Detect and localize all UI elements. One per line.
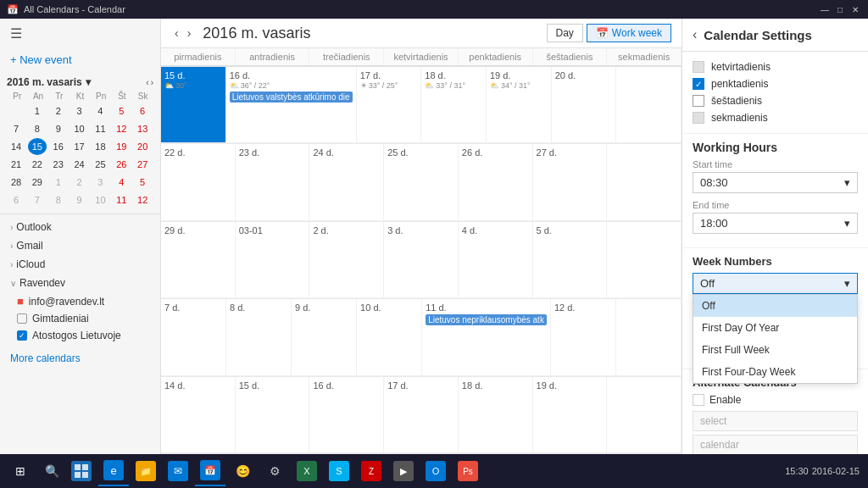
cal-day-26[interactable]: 26 d. xyxy=(459,144,533,220)
sidebar-account-icloud[interactable]: › iCloud xyxy=(0,255,160,274)
cal-day-24[interactable]: 24 d. xyxy=(309,144,384,220)
mini-cal-day[interactable]: 4 xyxy=(91,103,109,119)
mini-cal-day[interactable]: 26 xyxy=(112,156,131,173)
week-numbers-option-firstfull[interactable]: First Full Week xyxy=(693,339,857,361)
cal-select-1[interactable]: select xyxy=(693,411,858,431)
search-button[interactable]: 🔍 xyxy=(39,458,64,484)
start-button[interactable]: ⊞ xyxy=(3,456,37,486)
mini-cal-day[interactable]: 18 xyxy=(91,138,109,155)
mini-cal-day[interactable]: 5 xyxy=(133,174,152,191)
task-view-button[interactable] xyxy=(66,456,97,486)
mini-cal-day[interactable]: 29 xyxy=(28,174,47,191)
mini-cal-day[interactable]: 19 xyxy=(112,138,131,155)
hamburger-icon[interactable]: ☰ xyxy=(10,25,22,42)
mini-cal-expand-icon[interactable]: ▾ xyxy=(86,76,91,88)
cal-day-15m[interactable]: 15 d. xyxy=(236,377,310,453)
more-calendars-button[interactable]: More calendars xyxy=(0,347,160,369)
cal-day-7m[interactable]: 7 d. xyxy=(161,299,226,375)
week-numbers-option-off[interactable]: Off xyxy=(693,295,857,317)
outlook-button[interactable]: O xyxy=(420,456,451,486)
cal-day-15[interactable]: 15 d. ⛅ 30° xyxy=(161,67,226,143)
mini-cal-prev[interactable]: ‹ xyxy=(146,78,148,87)
day-checkbox-sekmadienis[interactable] xyxy=(693,112,704,124)
ps-button[interactable]: Ps xyxy=(453,456,483,486)
mini-cal-day[interactable]: 8 xyxy=(49,191,68,208)
mini-cal-day[interactable]: 1 xyxy=(49,174,68,191)
cal-day-25[interactable]: 25 d. xyxy=(384,144,459,220)
cal-day-10m[interactable]: 10 d. xyxy=(357,299,422,375)
cal-prev-button[interactable]: ‹ xyxy=(171,25,182,42)
cal-day-20[interactable]: 20 d. xyxy=(552,67,617,143)
cal-day-empty[interactable] xyxy=(607,222,682,298)
cal-next-button[interactable]: › xyxy=(184,25,195,42)
explorer-button[interactable]: 📁 xyxy=(131,456,161,486)
mini-cal-day[interactable]: 16 xyxy=(49,138,68,155)
calendar-nav[interactable]: ‹ › xyxy=(171,25,194,42)
cal-day-29[interactable]: 29 d. xyxy=(161,222,236,298)
cal-day-empty[interactable] xyxy=(607,377,682,453)
mini-cal-day[interactable] xyxy=(7,103,25,119)
mini-cal-day[interactable]: 23 xyxy=(49,156,68,173)
maximize-button[interactable]: □ xyxy=(834,3,846,15)
mini-cal-day[interactable]: 17 xyxy=(70,138,89,155)
mini-cal-day[interactable]: 27 xyxy=(133,156,152,173)
day-checkbox-sestadienisis[interactable] xyxy=(693,95,704,107)
cal-day-23[interactable]: 23 d. xyxy=(236,144,310,220)
enable-checkbox[interactable] xyxy=(693,394,704,406)
mini-cal-day[interactable]: 11 xyxy=(112,191,131,208)
calendar-button[interactable]: 📅 xyxy=(195,456,225,486)
mini-cal-day[interactable]: 21 xyxy=(7,156,25,173)
cal-day-2m[interactable]: 2 d. xyxy=(309,222,384,298)
mini-cal-day[interactable]: 6 xyxy=(7,191,25,208)
cal-day-17m[interactable]: 17 d. xyxy=(384,377,459,453)
cal-day-11m[interactable]: 11 d. Lietuvos nepriklausomybės atk xyxy=(422,299,551,375)
cal-day-16[interactable]: 16 d. ⛅ 36° / 22° Lietuvos valstybės atk… xyxy=(226,67,357,143)
cal-day-9m[interactable]: 9 d. xyxy=(292,299,357,375)
mini-cal-day[interactable]: 8 xyxy=(28,120,47,137)
titlebar-controls[interactable]: — □ ✕ xyxy=(819,3,861,15)
week-numbers-select[interactable]: Off ▾ xyxy=(693,273,858,294)
mini-cal-day[interactable]: 6 xyxy=(133,103,152,119)
mini-cal-day[interactable]: 25 xyxy=(91,156,109,173)
mini-cal-day[interactable]: 9 xyxy=(70,191,89,208)
cal-day-5m[interactable]: 5 d. xyxy=(533,222,608,298)
cal-day-empty[interactable] xyxy=(616,299,682,375)
new-event-button[interactable]: + New event xyxy=(0,48,160,71)
sidebar-account-gmail[interactable]: › Gmail xyxy=(0,236,160,255)
week-numbers-option-firstfour[interactable]: First Four-Day Week xyxy=(693,361,857,383)
sidebar-cal-info[interactable]: ■ info@ravendev.lt xyxy=(0,292,160,310)
cal-day-27[interactable]: 27 d. xyxy=(533,144,608,220)
settings-taskbar-button[interactable]: ⚙ xyxy=(259,456,290,486)
emoji-button[interactable]: 😊 xyxy=(227,456,258,486)
sidebar-account-outlook[interactable]: › Outlook xyxy=(0,218,160,236)
cal-day-empty[interactable] xyxy=(607,144,682,220)
view-day-button[interactable]: Day xyxy=(547,24,583,42)
mini-cal-day[interactable]: 22 xyxy=(28,156,47,173)
mini-cal-day[interactable]: 1 xyxy=(28,103,47,119)
sidebar-cal-atostogos[interactable]: ✓ Atostogos Lietuvoje xyxy=(0,327,160,344)
cal-day-19m[interactable]: 19 d. xyxy=(533,377,608,453)
mini-cal-day[interactable]: 4 xyxy=(112,174,131,191)
cal-day-3m[interactable]: 3 d. xyxy=(384,222,459,298)
skype-button[interactable]: S xyxy=(324,456,354,486)
cal-day-18m[interactable]: 18 d. xyxy=(459,377,533,453)
mini-cal-day[interactable]: 11 xyxy=(91,120,109,137)
week-numbers-option-firstday[interactable]: First Day Of Year xyxy=(693,317,857,339)
mini-cal-day[interactable]: 12 xyxy=(133,191,152,208)
mini-cal-day[interactable]: 24 xyxy=(70,156,89,173)
cal-day-12m[interactable]: 12 d. xyxy=(551,299,616,375)
calendar-checkbox-checked[interactable]: ✓ xyxy=(17,330,27,341)
mini-cal-day[interactable]: 14 xyxy=(7,138,25,155)
ftp-button[interactable]: Z xyxy=(356,456,387,486)
mini-cal-day[interactable]: 10 xyxy=(70,120,89,137)
mini-cal-day[interactable]: 5 xyxy=(112,103,131,119)
mini-cal-day[interactable]: 10 xyxy=(91,191,109,208)
mini-cal-day[interactable]: 9 xyxy=(49,120,68,137)
cal-day-18[interactable]: 18 d. ⛅ 33° / 31° xyxy=(421,67,487,143)
mini-cal-day-today[interactable]: 15 xyxy=(28,138,47,155)
end-time-select[interactable]: 18:00 ▾ xyxy=(693,213,858,234)
app1-button[interactable]: ▶ xyxy=(388,456,419,486)
cal-day-4m[interactable]: 4 d. xyxy=(459,222,533,298)
mini-cal-day[interactable]: 20 xyxy=(133,138,152,155)
view-work-week-button[interactable]: 📅 Work week xyxy=(587,24,671,42)
